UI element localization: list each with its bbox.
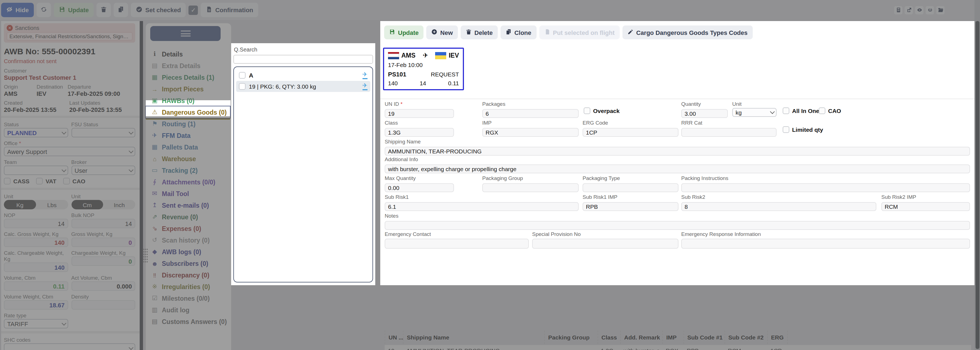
sidebar-item-warehouse[interactable]: ⌂ Warehouse — [146, 153, 231, 165]
page-scrollbar-thumb[interactable] — [975, 21, 979, 349]
sidebar-item-awb-logs[interactable]: ◆ AWB logs (0) — [146, 246, 231, 258]
plane-icon[interactable]: ✈ — [363, 71, 368, 79]
sidebar-item-subscribers[interactable]: ☻ Subscribers (0) — [146, 258, 231, 269]
special-provision-input[interactable] — [532, 239, 678, 249]
table-header-cell[interactable]: Packing Group — [544, 331, 598, 344]
cass-checkbox[interactable] — [4, 178, 11, 184]
table-header-cell[interactable]: Shipping Name — [403, 331, 544, 344]
cargo-dg-codes-button[interactable]: Cargo Dangerous Goods Types Codes — [622, 25, 752, 39]
dg-item-row[interactable]: 19 | PKG: 6, QTY: 3.00 kg ✈ — [236, 81, 370, 92]
cm-option[interactable]: Cm — [71, 200, 103, 209]
gross-input[interactable]: 0 — [71, 238, 135, 247]
checked-checkbox[interactable]: ✓ — [189, 5, 198, 15]
sidebar-item-details[interactable]: ℹ Details — [146, 48, 231, 60]
table-header-cell[interactable]: ERG — [767, 331, 787, 344]
new-button[interactable]: New — [426, 25, 458, 39]
packaging-group-input[interactable] — [482, 183, 579, 192]
eye-icon[interactable] — [915, 6, 923, 14]
all-in-one-checkbox[interactable] — [783, 108, 789, 114]
rrr-cat-input[interactable] — [681, 128, 776, 137]
cao-checkbox[interactable] — [63, 178, 70, 184]
limited-qty-checkbox[interactable] — [783, 126, 789, 133]
link-icon[interactable] — [926, 6, 934, 14]
notes-input[interactable] — [385, 221, 970, 230]
broker-select[interactable]: User — [71, 166, 135, 175]
sidebar-item-expenses[interactable]: ⇘ Expenses (0) — [146, 223, 231, 234]
dimension-unit-toggle[interactable]: CmInch — [71, 200, 135, 209]
table-row[interactable]: 19AMMUNITION, TEAR-PRODUCING1.3Gwith bur… — [385, 345, 971, 350]
table-header-cell[interactable]: Sub Code #1 — [683, 331, 724, 344]
kg-option[interactable]: Kg — [4, 200, 36, 209]
table-header-cell[interactable]: Add. Remark — [620, 331, 662, 344]
calculator-icon[interactable] — [894, 6, 902, 14]
emergency-response-input[interactable] — [681, 239, 970, 249]
refresh-button[interactable] — [37, 3, 51, 17]
sidebar-item-milestones[interactable]: ☑ Milestones (0/0) — [146, 292, 231, 304]
folder-icon[interactable] — [936, 6, 945, 14]
max-quantity-input[interactable] — [385, 183, 454, 192]
lbs-option[interactable]: Lbs — [36, 200, 68, 209]
class-input[interactable] — [385, 128, 454, 137]
chargeable-input[interactable]: 0 — [71, 257, 135, 266]
unit-select[interactable]: kg — [732, 108, 776, 117]
sidebar-item-revenue[interactable]: ⇗ Revenue (0) — [146, 211, 231, 223]
vat-checkbox[interactable] — [36, 178, 43, 184]
emergency-contact-input[interactable] — [385, 239, 529, 249]
menu-collapse-button[interactable] — [150, 26, 221, 41]
sidebar-item-import-pieces[interactable]: → Import Pieces — [146, 83, 231, 95]
table-header-cell[interactable]: UN ... — [385, 331, 403, 344]
table-header-cell[interactable]: Sub Code #2 — [724, 331, 767, 344]
sub-risk2-input[interactable] — [681, 202, 877, 211]
sidebar-item-ffm-data[interactable]: ✈ FFM Data — [146, 130, 231, 141]
set-checked-button[interactable]: Set checked — [131, 3, 186, 17]
delete-button-top[interactable] — [97, 3, 111, 17]
dg-group-row[interactable]: A ✈ — [236, 70, 370, 81]
fsu-status-select[interactable] — [71, 128, 135, 137]
sidebar-scrollbar[interactable] — [140, 21, 143, 350]
sub-risk1-imp-input[interactable] — [582, 202, 678, 211]
inch-option[interactable]: Inch — [103, 200, 135, 209]
status-select[interactable]: PLANNED — [4, 128, 68, 137]
copy-button-top[interactable] — [114, 3, 128, 17]
shc-codes-select[interactable] — [4, 344, 135, 350]
sidebar-item-tracking[interactable]: ▭ Tracking (2) — [146, 165, 231, 176]
item-checkbox[interactable] — [239, 83, 245, 90]
bulk-nop-input[interactable]: 14 — [71, 219, 135, 228]
cao-checkbox-dg[interactable] — [819, 108, 825, 114]
rate-type-select[interactable]: TARIFF — [4, 319, 68, 328]
hide-button[interactable]: Hide — [1, 3, 34, 17]
sidebar-item-audit-log[interactable]: ▥ Audit log — [146, 304, 231, 316]
weight-unit-toggle[interactable]: KgLbs — [4, 200, 68, 209]
imp-input[interactable] — [482, 128, 579, 137]
sidebar-item-hawbs[interactable]: ▣ HAWBs (0) — [146, 95, 231, 106]
sidebar-item-pieces-details[interactable]: ▦ Pieces Details (1) — [146, 71, 231, 83]
shipping-name-input[interactable] — [385, 147, 970, 155]
delete-button[interactable]: Delete — [461, 25, 498, 39]
plane-icon[interactable]: ✈ — [363, 82, 368, 90]
overpack-checkbox[interactable] — [584, 108, 590, 114]
sidebar-item-attachments[interactable]: ∮ Attachments (0/0) — [146, 176, 231, 188]
density-input[interactable] — [71, 300, 135, 310]
sidebar-item-customs-answers[interactable]: ▤ Customs Answers (0) — [146, 316, 231, 327]
confirmation-button[interactable]: Confirmation — [201, 3, 258, 17]
quantity-input[interactable] — [681, 109, 728, 118]
group-checkbox[interactable] — [239, 72, 245, 79]
sidebar-item-mail-tool[interactable]: ✉ Mail Tool — [146, 188, 231, 200]
update-button[interactable]: Update — [384, 25, 424, 39]
sidebar-item-sent-emails[interactable]: ↥ Sent e-mails (0) — [146, 200, 231, 211]
packaging-type-input[interactable] — [582, 183, 678, 192]
qsearch-input[interactable] — [233, 55, 373, 64]
packages-input[interactable] — [482, 109, 579, 118]
export-icon[interactable] — [905, 6, 913, 14]
office-select[interactable]: Awery Support — [4, 147, 135, 156]
clone-button[interactable]: Clone — [501, 25, 536, 39]
sidebar-item-scan-history[interactable]: ↺ Scan history (0) — [146, 234, 231, 246]
page-scrollbar[interactable] — [974, 0, 980, 350]
customer-value[interactable]: Support Test Customer 1 — [4, 74, 135, 81]
nop-input[interactable]: 14 — [4, 219, 68, 228]
panel-drag-handle[interactable] — [143, 248, 148, 263]
table-header-cell[interactable]: IMP — [662, 331, 683, 344]
table-header-cell[interactable] — [787, 331, 971, 344]
un-id-input[interactable] — [385, 109, 454, 118]
sidebar-item-extra-details[interactable]: ▤ Extra Details — [146, 60, 231, 71]
